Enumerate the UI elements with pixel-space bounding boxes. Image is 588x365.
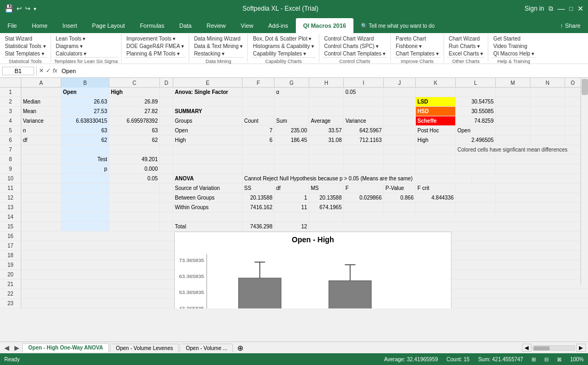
- confirm-formula-icon[interactable]: ✓: [46, 67, 51, 74]
- col-header-h[interactable]: H: [309, 78, 344, 88]
- cell-a14[interactable]: [21, 212, 61, 221]
- cell-d7[interactable]: [160, 145, 173, 154]
- cell-h1[interactable]: [309, 88, 344, 97]
- cell-d3[interactable]: [160, 107, 173, 116]
- col-header-g[interactable]: G: [275, 78, 309, 88]
- cell-i4[interactable]: Variance: [344, 116, 384, 125]
- cell-b3[interactable]: 27.53: [61, 107, 109, 116]
- formula-input[interactable]: [60, 67, 586, 75]
- cell-b11[interactable]: [61, 184, 109, 193]
- cell-b10[interactable]: [61, 174, 109, 183]
- cell-c10[interactable]: 0.05: [109, 174, 160, 183]
- cell-k7[interactable]: [416, 145, 456, 154]
- cell-a7[interactable]: [21, 145, 61, 154]
- sheet-tab-anova[interactable]: Open - High One-Way ANOVA: [22, 343, 109, 352]
- cell-j8[interactable]: [384, 155, 416, 164]
- cell-i8[interactable]: [344, 155, 384, 164]
- cell-e3[interactable]: SUMMARY: [173, 107, 243, 116]
- sheet-tab-next[interactable]: ▶: [12, 343, 21, 353]
- cell-m3[interactable]: [496, 107, 530, 116]
- insert-function-icon[interactable]: fx: [53, 67, 58, 74]
- cell-n6[interactable]: [530, 136, 565, 145]
- cell-n2[interactable]: [530, 97, 565, 106]
- cell-a2[interactable]: Median: [21, 97, 61, 106]
- btn-chart-templates[interactable]: Chart Templates ▾: [394, 50, 440, 57]
- cell-g8[interactable]: [275, 155, 309, 164]
- col-header-b[interactable]: B: [61, 78, 109, 88]
- cell-i11[interactable]: F: [344, 184, 384, 193]
- cell-b6[interactable]: 62: [61, 136, 109, 145]
- cell-d14[interactable]: [160, 212, 173, 221]
- cell-g14[interactable]: [275, 212, 309, 221]
- cell-h5[interactable]: 33.57: [309, 126, 344, 135]
- btn-stat-wizard[interactable]: Stat Wizard: [3, 35, 47, 42]
- col-header-m[interactable]: M: [496, 78, 530, 88]
- btn-run-charts[interactable]: Run Charts ▾: [447, 43, 485, 50]
- cell-b2[interactable]: 26.63: [61, 97, 109, 106]
- cell-j1[interactable]: [384, 88, 416, 97]
- cell-h9[interactable]: [309, 164, 344, 173]
- cell-a6[interactable]: df: [21, 136, 61, 145]
- cell-m6[interactable]: [496, 136, 530, 145]
- tab-qi-macros[interactable]: QI Macros 2016: [296, 18, 354, 33]
- restore-icon[interactable]: ⧉: [549, 5, 553, 12]
- cell-f11[interactable]: SS: [243, 184, 275, 193]
- cell-a13[interactable]: [21, 203, 61, 212]
- cell-b7[interactable]: [61, 145, 109, 154]
- hscroll-bar[interactable]: [533, 345, 575, 351]
- cell-g9[interactable]: [275, 164, 309, 173]
- cell-d13[interactable]: [160, 203, 173, 212]
- add-sheet-icon[interactable]: ⊕: [234, 344, 247, 352]
- cell-k8[interactable]: [416, 155, 456, 164]
- btn-stat-templates[interactable]: Stat Templates ▾: [3, 50, 47, 57]
- cell-e8[interactable]: [173, 155, 243, 164]
- cell-g4[interactable]: Sum: [275, 116, 309, 125]
- tab-data[interactable]: Data: [172, 18, 199, 33]
- cell-reference-box[interactable]: [2, 67, 34, 75]
- btn-diagrams[interactable]: Diagrams ▾: [54, 43, 118, 50]
- cell-k13[interactable]: [416, 203, 456, 212]
- cell-k6[interactable]: High: [416, 136, 456, 145]
- cell-k2[interactable]: LSD: [416, 97, 456, 106]
- cell-c4[interactable]: 6.695978392: [109, 116, 160, 125]
- cell-h7[interactable]: [309, 145, 344, 154]
- cell-c1[interactable]: High: [109, 88, 160, 97]
- btn-lean-tools[interactable]: Lean Tools ▾: [54, 35, 118, 42]
- cell-l2[interactable]: 30.54755: [456, 97, 496, 106]
- cell-k11[interactable]: F crit: [416, 184, 456, 193]
- cell-k1[interactable]: [416, 88, 456, 97]
- cell-f7[interactable]: [243, 145, 275, 154]
- cell-g13[interactable]: 11: [275, 203, 309, 212]
- cell-c8[interactable]: 49.201: [109, 155, 160, 164]
- redo-icon[interactable]: ↪: [25, 5, 30, 12]
- cell-m1[interactable]: [496, 88, 530, 97]
- cell-d5[interactable]: [160, 126, 173, 135]
- btn-control-chart-wizard[interactable]: Control Chart Wizard: [323, 35, 387, 42]
- cell-l8[interactable]: [456, 155, 496, 164]
- col-header-j[interactable]: J: [384, 78, 416, 88]
- cell-g11[interactable]: df: [275, 184, 309, 193]
- btn-capability-templates[interactable]: Capability Templates ▾: [251, 50, 315, 57]
- cell-k9[interactable]: [416, 164, 456, 173]
- cell-e12[interactable]: Between Groups: [173, 193, 243, 202]
- btn-qi-macros-help[interactable]: QI Macros Help ▾: [492, 50, 536, 57]
- btn-histograms[interactable]: Histograms & Capability ▾: [251, 43, 315, 50]
- save-icon[interactable]: 💾: [4, 4, 13, 13]
- cell-c3[interactable]: 27.82: [109, 107, 160, 116]
- cell-m4[interactable]: [496, 116, 530, 125]
- col-header-e[interactable]: E: [173, 78, 243, 88]
- cell-b5[interactable]: 63: [61, 126, 109, 135]
- btn-control-chart-templates[interactable]: Control Chart Templates ▾: [323, 50, 387, 57]
- tab-add-ins[interactable]: Add-ins: [261, 18, 295, 33]
- cell-l9[interactable]: [456, 164, 496, 173]
- cell-c13[interactable]: [109, 203, 160, 212]
- cell-n5[interactable]: [530, 126, 565, 135]
- cell-a11[interactable]: [21, 184, 61, 193]
- col-header-i[interactable]: I: [344, 78, 384, 88]
- cell-a9[interactable]: [21, 164, 61, 173]
- col-header-l[interactable]: L: [456, 78, 496, 88]
- cell-a4[interactable]: Variance: [21, 116, 61, 125]
- cell-j11[interactable]: P-Value: [384, 184, 416, 193]
- vertical-scrollbar[interactable]: [581, 78, 588, 285]
- cell-i2[interactable]: [344, 97, 384, 106]
